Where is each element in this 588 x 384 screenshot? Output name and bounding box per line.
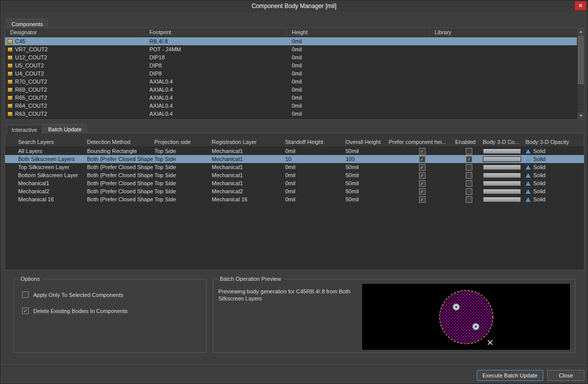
component-designator: VR7_COUT2 — [15, 45, 48, 53]
batch-row[interactable]: Top Silkscreen Layer Both (Prefer Closed… — [5, 163, 584, 171]
batch-row[interactable]: Mechanical 16 Both (Prefer Closed Shape … — [5, 195, 584, 203]
component-row[interactable]: R69_COUT2 AXIAL0.4 0mil — [5, 86, 577, 94]
batch-column-header[interactable]: Detection Method — [87, 139, 154, 145]
batch-tab[interactable]: Batch Update — [43, 124, 87, 133]
registration-layer-cell: Mechanical1 — [212, 147, 285, 155]
prefer-height-cell — [389, 164, 455, 171]
enabled-checkbox[interactable] — [466, 148, 472, 155]
batch-row[interactable]: All Layers Bounding Rectangle Top Side M… — [5, 147, 584, 155]
designator-cell: U4_COUT2 — [5, 69, 144, 78]
body-opacity-cell[interactable]: Solid — [526, 172, 584, 178]
designator-cell: R65_COUT2 — [5, 94, 144, 102]
execute-batch-update-button[interactable]: Execute Batch Update — [477, 370, 543, 381]
enabled-checkbox[interactable] — [466, 164, 472, 171]
component-row[interactable]: U4_COUT2 DIP8 0mil — [5, 69, 577, 78]
components-column-header[interactable]: Height — [287, 29, 430, 36]
enabled-cell — [455, 156, 483, 163]
components-column-header[interactable]: Library — [430, 29, 577, 36]
component-designator: U5_COUT2 — [15, 61, 44, 69]
prefer-height-checkbox[interactable] — [419, 156, 426, 163]
option-row[interactable]: Delete Existing Bodies In Components — [22, 308, 128, 314]
component-height: 0mil — [287, 53, 430, 61]
body-color-swatch[interactable] — [483, 157, 521, 162]
body-opacity-cell[interactable]: Solid — [526, 164, 584, 170]
projection-side-cell: Top Side — [154, 187, 212, 195]
search-layers-cell: Mechanical 16 — [18, 195, 87, 203]
opacity-value: Solid — [533, 148, 545, 154]
enabled-checkbox[interactable] — [466, 172, 472, 179]
batch-column-header[interactable]: Standoff Height — [285, 139, 346, 145]
body-color-swatch[interactable] — [483, 189, 521, 194]
prefer-height-checkbox[interactable] — [419, 148, 426, 155]
enabled-checkbox[interactable] — [466, 180, 472, 187]
component-designator: U12_COUT2 — [15, 53, 47, 61]
component-row[interactable]: R70_COUT2 AXIAL0.4 0mil — [5, 78, 577, 86]
opacity-triangle-icon — [526, 173, 531, 178]
body-opacity-cell[interactable]: Solid — [526, 180, 584, 186]
enabled-checkbox[interactable] — [466, 188, 472, 195]
batch-row[interactable]: Bottom Silkscreen Layer Both (Prefer Clo… — [5, 171, 584, 179]
component-row[interactable]: R65_COUT2 AXIAL0.4 0mil — [5, 94, 577, 102]
scrollbar-thumb[interactable] — [578, 36, 583, 84]
body-color-swatch[interactable] — [483, 173, 521, 178]
prefer-height-checkbox[interactable] — [419, 164, 426, 171]
detection-method-cell: Both (Prefer Closed Shape — [87, 163, 154, 171]
body-color-swatch[interactable] — [483, 148, 521, 154]
batch-column-header[interactable]: Search Layers — [18, 139, 87, 145]
option-row[interactable]: Apply Only To Selected Components — [22, 291, 128, 298]
scroll-up-button[interactable] — [577, 28, 584, 36]
component-row[interactable]: R64_COUT2 AXIAL0.4 0mil — [5, 102, 577, 110]
component-footprint: DIP8 — [144, 61, 287, 69]
body-color-swatch[interactable] — [483, 197, 521, 202]
projection-side-cell: Top Side — [154, 195, 212, 203]
batch-column-header[interactable]: Body 3-D Co... — [483, 139, 526, 145]
designator-cell: R63_COUT2 — [5, 110, 144, 118]
batch-column-header[interactable]: Projection side — [154, 139, 212, 145]
enabled-checkbox[interactable] — [466, 196, 472, 203]
components-scrollbar[interactable] — [577, 28, 584, 119]
body-opacity-cell[interactable]: Solid — [526, 196, 584, 202]
component-row[interactable]: U12_COUT2 DIP18 0mil — [5, 53, 577, 61]
tab-components[interactable]: Components — [7, 19, 48, 28]
batch-column-header[interactable]: Body 3-D Opacity — [526, 139, 584, 145]
window-close-button[interactable]: ✕ — [574, 1, 586, 11]
batch-row[interactable]: Mechanical2 Both (Prefer Closed Shape To… — [5, 187, 584, 195]
registration-layer-cell: Mechanical1 — [212, 171, 285, 179]
component-footprint: AXIAL0.4 — [144, 94, 287, 102]
body-color-cell — [483, 157, 526, 162]
batch-row[interactable]: Both Silkscreen Layers Both (Prefer Clos… — [5, 155, 584, 163]
component-row[interactable]: C45 RB.4/.8 0mil — [5, 37, 577, 45]
option-checkbox[interactable] — [22, 291, 29, 298]
component-icon — [8, 71, 13, 76]
body-opacity-cell[interactable]: Solid — [526, 148, 584, 154]
component-row[interactable]: U5_COUT2 DIP8 0mil — [5, 61, 577, 69]
batch-column-header[interactable]: Registration Layer — [212, 139, 285, 145]
batch-column-header[interactable]: Prefer component hei... — [389, 139, 455, 145]
standoff-height-cell: 0mil — [285, 163, 346, 171]
tab-components-label: Components — [12, 21, 43, 27]
component-row[interactable]: R63_COUT2 AXIAL0.4 0mil — [5, 110, 577, 118]
enabled-checkbox[interactable] — [466, 156, 472, 163]
prefer-height-checkbox[interactable] — [419, 172, 426, 179]
prefer-height-checkbox[interactable] — [419, 180, 426, 187]
body-color-swatch[interactable] — [483, 181, 521, 186]
option-checkbox[interactable] — [22, 308, 29, 314]
batch-row[interactable]: Mechanical1 Both (Prefer Closed Shape To… — [5, 179, 584, 187]
components-column-header[interactable]: Footprint — [144, 29, 287, 36]
batch-column-header[interactable]: Enabled — [455, 139, 483, 145]
component-row[interactable]: VR7_COUT2 POT - 24MM 0mil — [5, 45, 577, 53]
components-column-header[interactable]: Designator — [5, 29, 144, 36]
scroll-down-button[interactable] — [577, 112, 584, 119]
prefer-height-checkbox[interactable] — [419, 188, 426, 195]
body-color-swatch[interactable] — [483, 165, 521, 170]
body-opacity-cell[interactable]: Solid — [526, 156, 584, 162]
batch-column-header[interactable]: Overall Height — [346, 139, 389, 145]
opacity-value: Solid — [533, 196, 545, 202]
options-list: Apply Only To Selected Components Delete… — [22, 291, 128, 314]
detection-method-cell: Both (Prefer Closed Shape — [87, 155, 154, 163]
prefer-height-checkbox[interactable] — [419, 196, 426, 203]
close-button[interactable]: Close — [547, 370, 584, 381]
batch-tab[interactable]: Interactive — [7, 125, 42, 133]
body-opacity-cell[interactable]: Solid — [526, 188, 584, 194]
component-icon — [8, 88, 13, 92]
